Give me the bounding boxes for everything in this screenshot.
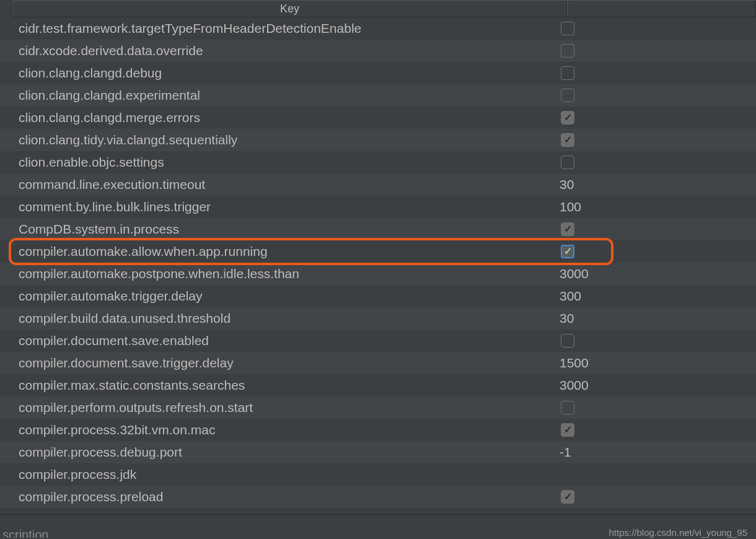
watermark-text: https://blog.csdn.net/vi_young_95 bbox=[609, 527, 748, 538]
registry-key-cell: compiler.automake.allow.when.app.running bbox=[0, 244, 555, 259]
table-row[interactable]: CompDB.system.in.process✓ bbox=[0, 218, 756, 240]
header-value-column[interactable] bbox=[567, 1, 756, 17]
registry-value-cell[interactable] bbox=[555, 22, 756, 35]
registry-value-text: 300 bbox=[560, 289, 581, 304]
registry-checkbox[interactable] bbox=[561, 334, 574, 348]
table-header: Key bbox=[0, 0, 756, 17]
registry-checkbox[interactable]: ✓ bbox=[561, 111, 574, 125]
registry-value-cell[interactable]: 30 bbox=[555, 177, 756, 192]
registry-key-cell: compiler.process.debug.port bbox=[0, 445, 555, 460]
table-row[interactable]: compiler.process.32bit.vm.on.mac✓ bbox=[0, 419, 756, 441]
table-row[interactable]: compiler.perform.outputs.refresh.on.star… bbox=[0, 397, 756, 419]
registry-checkbox[interactable]: ✓ bbox=[561, 245, 574, 258]
registry-checkbox[interactable] bbox=[561, 401, 574, 414]
registry-key-cell: clion.clang.clangd.merge.errors bbox=[0, 110, 555, 125]
registry-checkbox[interactable]: ✓ bbox=[561, 222, 574, 236]
registry-checkbox[interactable]: ✓ bbox=[561, 490, 574, 504]
table-row[interactable]: compiler.build.data.unused.threshold30 bbox=[0, 307, 756, 330]
registry-value-cell[interactable] bbox=[555, 44, 756, 58]
registry-value-cell[interactable]: ✓ bbox=[555, 133, 756, 147]
table-row[interactable]: clion.clang.tidy.via.clangd.sequentially… bbox=[0, 129, 756, 151]
registry-table-body: cidr.test.framework.targetTypeFromHeader… bbox=[0, 17, 756, 508]
check-icon: ✓ bbox=[564, 113, 572, 123]
registry-key-cell: compiler.document.save.enabled bbox=[0, 333, 555, 348]
table-row[interactable]: clion.clang.clangd.merge.errors✓ bbox=[0, 107, 756, 129]
registry-key-cell: compiler.document.save.trigger.delay bbox=[0, 356, 555, 370]
registry-key-cell: comment.by.line.bulk.lines.trigger bbox=[0, 199, 555, 214]
table-row[interactable]: compiler.document.save.enabled bbox=[0, 330, 756, 352]
registry-value-cell[interactable]: 100 bbox=[555, 199, 756, 214]
registry-key-cell: compiler.build.data.unused.threshold bbox=[0, 311, 555, 326]
registry-value-text: 1500 bbox=[560, 356, 589, 370]
registry-checkbox[interactable] bbox=[561, 156, 574, 169]
check-icon: ✓ bbox=[564, 425, 572, 435]
registry-key-cell: CompDB.system.in.process bbox=[0, 222, 555, 237]
table-row[interactable]: clion.enable.objc.settings bbox=[0, 151, 756, 173]
registry-key-text: compiler.build.data.unused.threshold bbox=[19, 311, 231, 325]
table-row[interactable]: comment.by.line.bulk.lines.trigger100 bbox=[0, 196, 756, 218]
registry-key-text: clion.clang.tidy.via.clangd.sequentially bbox=[19, 133, 237, 147]
registry-key-cell: clion.clang.clangd.experimental bbox=[0, 88, 555, 103]
registry-key-text: cidr.test.framework.targetTypeFromHeader… bbox=[19, 21, 361, 35]
registry-key-cell: cidr.xcode.derived.data.override bbox=[0, 43, 555, 58]
table-row[interactable]: compiler.automake.postpone.when.idle.les… bbox=[0, 263, 756, 285]
registry-value-cell[interactable]: 1500 bbox=[555, 356, 756, 370]
table-row[interactable]: compiler.document.save.trigger.delay1500 bbox=[0, 352, 756, 374]
registry-value-text: 3000 bbox=[560, 378, 589, 393]
registry-value-cell[interactable]: ✓ bbox=[555, 490, 756, 504]
table-row[interactable]: clion.clang.clangd.experimental bbox=[0, 84, 756, 107]
registry-value-text: 30 bbox=[560, 177, 574, 192]
registry-value-cell[interactable]: ✓ bbox=[555, 222, 756, 236]
table-row[interactable]: command.line.execution.timeout30 bbox=[0, 173, 756, 196]
header-key-column[interactable]: Key bbox=[12, 1, 567, 17]
table-row[interactable]: compiler.process.preload✓ bbox=[0, 486, 756, 508]
registry-checkbox[interactable] bbox=[561, 44, 574, 58]
registry-key-text: CompDB.system.in.process bbox=[19, 222, 179, 236]
registry-key-text: command.line.execution.timeout bbox=[19, 177, 205, 191]
registry-key-text: cidr.xcode.derived.data.override bbox=[19, 43, 203, 58]
registry-checkbox[interactable] bbox=[561, 22, 574, 35]
check-icon: ✓ bbox=[564, 247, 572, 256]
registry-value-cell[interactable] bbox=[555, 401, 756, 414]
registry-value-cell[interactable]: 3000 bbox=[555, 378, 756, 393]
registry-value-cell[interactable]: ✓ bbox=[555, 111, 756, 125]
registry-key-cell: compiler.automake.postpone.when.idle.les… bbox=[0, 266, 555, 281]
check-icon: ✓ bbox=[564, 492, 572, 502]
registry-value-cell[interactable]: 300 bbox=[555, 289, 756, 304]
registry-value-cell[interactable] bbox=[555, 334, 756, 348]
registry-value-text: 100 bbox=[560, 199, 581, 214]
registry-value-cell[interactable]: ✓ bbox=[555, 245, 756, 258]
table-row[interactable]: compiler.max.static.constants.searches30… bbox=[0, 374, 756, 397]
registry-key-cell: command.line.execution.timeout bbox=[0, 177, 555, 192]
registry-value-cell[interactable]: 3000 bbox=[555, 266, 756, 281]
registry-value-cell[interactable] bbox=[555, 156, 756, 169]
gutter bbox=[0, 0, 12, 17]
registry-checkbox[interactable]: ✓ bbox=[561, 133, 574, 147]
registry-value-cell[interactable]: -1 bbox=[555, 445, 756, 460]
table-row[interactable]: compiler.automake.allow.when.app.running… bbox=[0, 240, 756, 263]
table-row[interactable]: compiler.process.jdk bbox=[0, 463, 756, 486]
registry-value-cell[interactable]: ✓ bbox=[555, 423, 756, 437]
table-row[interactable]: cidr.xcode.derived.data.override bbox=[0, 40, 756, 62]
table-row[interactable]: compiler.process.debug.port-1 bbox=[0, 441, 756, 463]
registry-value-cell[interactable]: 30 bbox=[555, 311, 756, 326]
table-row[interactable]: clion.clang.clangd.debug bbox=[0, 62, 756, 84]
registry-key-cell: compiler.max.static.constants.searches bbox=[0, 378, 555, 393]
registry-key-cell: clion.clang.clangd.debug bbox=[0, 66, 555, 81]
registry-checkbox[interactable]: ✓ bbox=[561, 423, 574, 437]
bottom-bar: scription https://blog.csdn.net/vi_young… bbox=[0, 514, 756, 539]
registry-checkbox[interactable] bbox=[561, 66, 574, 80]
registry-key-text: compiler.process.jdk bbox=[19, 467, 136, 481]
registry-value-cell[interactable] bbox=[555, 89, 756, 102]
description-label-partial: scription bbox=[2, 528, 48, 538]
registry-key-text: comment.by.line.bulk.lines.trigger bbox=[19, 199, 211, 214]
registry-key-text: clion.clang.clangd.merge.errors bbox=[19, 110, 200, 125]
registry-key-text: clion.clang.clangd.debug bbox=[19, 66, 162, 80]
table-row[interactable]: cidr.test.framework.targetTypeFromHeader… bbox=[0, 17, 756, 40]
registry-key-cell: clion.enable.objc.settings bbox=[0, 155, 555, 170]
table-row[interactable]: compiler.automake.trigger.delay300 bbox=[0, 285, 756, 307]
registry-value-cell[interactable] bbox=[555, 66, 756, 80]
registry-checkbox[interactable] bbox=[561, 89, 574, 102]
registry-key-text: compiler.automake.allow.when.app.running bbox=[19, 244, 268, 258]
registry-value-text: 30 bbox=[560, 311, 574, 326]
